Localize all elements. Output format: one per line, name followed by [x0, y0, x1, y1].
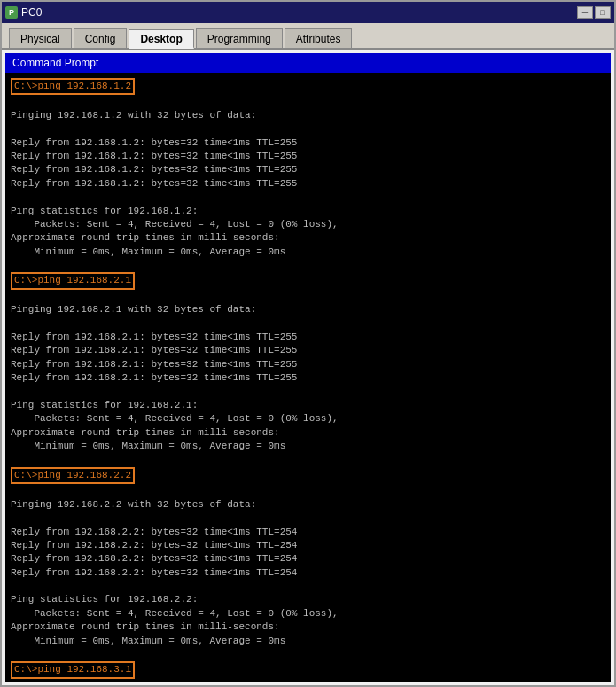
minimize-button[interactable]: ─ [577, 6, 593, 19]
terminal[interactable]: C:\>ping 192.168.1.2 Pinging 192.168.1.2… [5, 73, 611, 682]
tab-desktop[interactable]: Desktop [129, 29, 193, 49]
window-icon: P [5, 6, 18, 19]
window-title: PC0 [21, 6, 42, 19]
content-area: Command Prompt C:\>ping 192.168.1.2 Ping… [2, 50, 614, 685]
tab-attributes[interactable]: Attributes [285, 28, 353, 48]
tab-physical[interactable]: Physical [9, 28, 72, 48]
title-bar-controls: ─ □ [577, 6, 611, 19]
tab-config[interactable]: Config [74, 28, 128, 48]
maximize-button[interactable]: □ [595, 6, 611, 19]
tabs-bar: Physical Config Desktop Programming Attr… [2, 23, 614, 50]
cmd-title-text: Command Prompt [12, 57, 98, 69]
cmd-title-bar: Command Prompt [5, 53, 611, 73]
main-window: P PC0 ─ □ Physical Config Desktop Progra… [0, 0, 616, 687]
tab-programming[interactable]: Programming [196, 28, 283, 48]
title-bar-left: P PC0 [5, 6, 42, 19]
title-bar: P PC0 ─ □ [2, 2, 614, 23]
